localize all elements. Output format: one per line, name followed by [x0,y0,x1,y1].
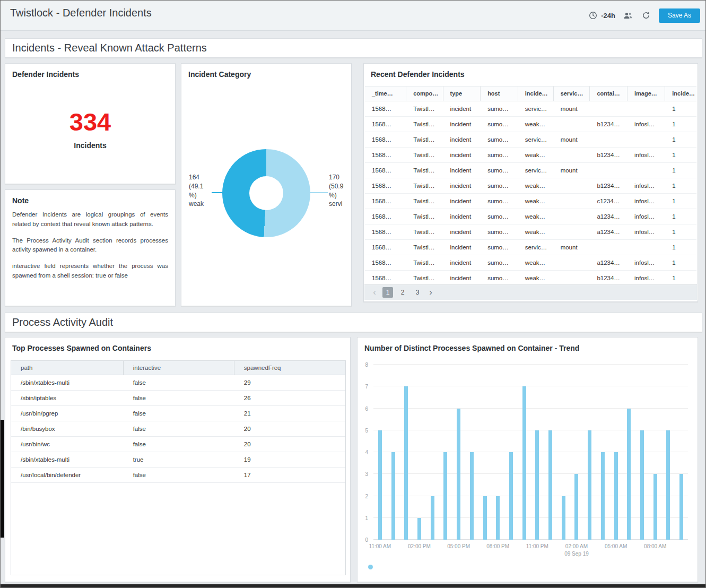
table-row[interactable]: 1568…Twistl…incidentsumo…weak…b1234…info… [365,148,696,163]
trend-bar[interactable] [640,430,644,540]
table-row[interactable]: 1568…Twistl…incidentsumo…weak…a1234…info… [365,209,696,224]
table-cell: Twistl… [406,132,443,147]
trend-bar[interactable] [627,409,631,540]
table-row[interactable]: 1568…Twistl…incidentsumo…servic…mount1 [365,163,696,178]
section-title-process-audit: Process Activity Audit [5,313,702,332]
table-cell: /sbin/xtables-multi [11,452,124,467]
table-cell [627,163,665,178]
trend-bar[interactable] [470,452,474,540]
table-cell: Twistl… [406,209,443,224]
column-header[interactable]: incide… [518,87,554,101]
trend-bar[interactable] [562,496,565,540]
trend-bar[interactable] [588,430,591,540]
table-cell: Twistl… [406,240,443,255]
trend-bar[interactable] [404,386,408,540]
table-row[interactable]: 1568…Twistl…incidentsumo…servic…mount1 [365,101,696,117]
trend-bar[interactable] [574,474,578,540]
table-cell: Twistl… [406,224,443,239]
note-paragraph: Defender Incidents are logical groupings… [12,210,168,229]
column-header[interactable]: _time… [365,87,406,101]
table-cell: 1 [665,117,696,132]
trend-y-axis: 012345678 [358,365,370,540]
trend-bar[interactable] [483,496,487,540]
table-row[interactable]: 1568…Twistl…incidentsumo…weak…a1234…info… [365,255,696,271]
save-as-button[interactable]: Save As [659,8,700,23]
table-cell: infosl… [627,178,665,193]
trend-bar[interactable] [431,496,434,540]
trend-bar[interactable] [653,474,657,540]
page-button[interactable]: 2 [397,287,408,298]
table-row[interactable]: /usr/bin/wcfalse20 [11,437,345,452]
table-row[interactable]: 1568…Twistl…incidentsumo…weak…b1234…info… [365,178,696,194]
table-cell: b1234… [590,148,627,162]
trend-bar[interactable] [548,430,552,540]
table-row[interactable]: /usr/local/bin/defenderfalse17 [11,468,345,483]
table-cell: 1568… [365,240,406,255]
table-cell [554,194,590,209]
table-cell: 1568… [365,255,406,270]
time-range-control[interactable]: -24h [588,10,615,21]
column-header[interactable]: contai… [590,87,627,101]
column-header[interactable]: host [481,87,518,101]
table-row[interactable]: 1568…Twistl…incidentsumo…servic…mount1 [365,132,696,148]
column-header[interactable]: servic… [554,87,590,101]
trend-bar[interactable] [601,452,605,540]
trend-bar[interactable] [666,430,670,540]
table-cell: 20 [234,421,345,436]
column-header[interactable]: type [443,87,481,101]
column-header[interactable]: compo… [406,87,443,101]
table-cell: weak… [518,194,554,209]
table-cell: 1568… [365,148,406,162]
table-cell: 20 [234,437,345,452]
trend-bar[interactable] [457,409,460,540]
table-row[interactable]: 1568…Twistl…incidentsumo…weak…b1234…info… [365,271,696,286]
table-cell: Twistl… [406,148,443,162]
trend-bar[interactable] [522,386,526,540]
column-header[interactable]: spawnedFreq [234,361,345,375]
table-row[interactable]: /usr/bin/pgrepfalse21 [11,406,345,421]
table-cell: weak… [518,224,554,239]
page-button[interactable]: 3 [412,287,423,298]
table-row[interactable]: 1568…Twistl…incidentsumo…weak…a1234…info… [365,224,696,240]
table-cell: 1568… [365,117,406,132]
y-axis-tick-label: 3 [365,471,368,477]
table-row[interactable]: /bin/busyboxfalse20 [11,421,345,437]
table-row[interactable]: 1568…Twistl…incidentsumo…servic…mount1 [365,240,696,255]
y-axis-tick-label: 6 [365,405,368,411]
column-header[interactable]: image… [627,87,665,101]
refresh-icon[interactable] [641,10,651,21]
table-row[interactable]: 1568…Twistl…incidentsumo…weak…b1234…info… [365,117,696,132]
page-button[interactable]: 1 [382,287,393,298]
table-cell: infosl… [627,194,665,209]
section-title-incidents: Incidents - Reveal Known Attack Patterns [5,38,702,58]
page-prev-icon[interactable]: ‹ [371,287,378,298]
column-header[interactable]: interactive [124,361,234,375]
column-header[interactable]: path [11,361,124,375]
table-row[interactable]: /sbin/iptablesfalse26 [11,391,345,406]
table-cell: false [124,421,234,436]
trend-bar[interactable] [496,496,500,540]
trend-bar[interactable] [391,452,395,540]
table-cell: 1568… [365,132,406,147]
page-next-icon[interactable]: › [427,287,434,298]
table-cell [554,178,590,193]
trend-bar[interactable] [614,452,618,540]
trend-x-axis: 11:00 AM02:00 PM05:00 PM08:00 PM11:00 PM… [373,543,688,560]
trend-bar[interactable] [679,474,683,540]
trend-bar[interactable] [535,430,539,540]
table-cell: 1 [665,271,696,286]
people-icon[interactable] [623,10,633,21]
table-cell [554,271,590,286]
trend-bar[interactable] [443,452,447,540]
table-cell: weak… [518,178,554,193]
table-row[interactable]: /sbin/xtables-multifalse29 [11,375,345,391]
trend-bar[interactable] [417,518,421,540]
panel-title: Incident Category [188,70,251,79]
table-row[interactable]: 1568…Twistl…incidentsumo…weak…c1234…info… [365,194,696,209]
x-axis-tick-label: 11:00 AM [369,543,391,550]
table-row[interactable]: /sbin/xtables-multitrue19 [11,452,345,468]
trend-bar[interactable] [378,430,382,540]
column-header[interactable]: incide… [665,87,696,101]
table-cell: 1 [665,178,696,193]
trend-bar[interactable] [509,452,513,540]
